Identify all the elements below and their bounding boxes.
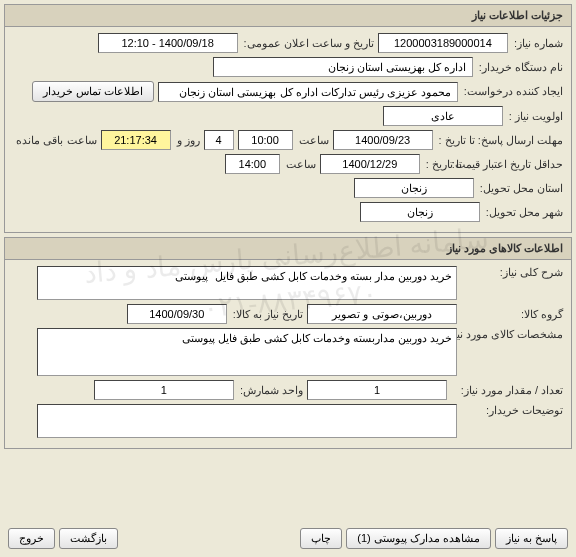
- remain-suffix: ساعت باقی مانده: [16, 134, 96, 147]
- priority-label: اولویت نیاز :: [509, 110, 563, 123]
- buyer-note-field[interactable]: [37, 404, 457, 438]
- exit-button[interactable]: خروج: [8, 528, 55, 549]
- need-date-label: تاریخ نیاز به کالا:: [233, 308, 303, 321]
- unit-label: واحد شمارش:: [240, 384, 303, 397]
- deliver-city-field: زنجان: [360, 202, 480, 222]
- creator-label: ایجاد کننده درخواست:: [464, 85, 563, 98]
- desc-label: شرح کلی نیاز:: [463, 266, 563, 279]
- group-label: گروه کالا:: [463, 308, 563, 321]
- back-button[interactable]: بازگشت: [59, 528, 118, 549]
- need-date-field: 1400/09/30: [127, 304, 227, 324]
- price-valid-to-label: تا تاریخ :: [426, 158, 462, 171]
- remain-days-label: روز و: [177, 134, 200, 147]
- deadline-date-field: 1400/09/23: [333, 130, 433, 150]
- need-no-label: شماره نیاز:: [514, 37, 563, 50]
- buyer-label: نام دستگاه خریدار:: [479, 61, 563, 74]
- qty-field[interactable]: [307, 380, 447, 400]
- price-valid-date-field: 1400/12/29: [320, 154, 420, 174]
- buyer-field: اداره کل بهزیستی استان زنجان: [213, 57, 473, 77]
- panel1-title: جزئیات اطلاعات نیاز: [5, 5, 571, 27]
- footer-bar: پاسخ به نیاز مشاهده مدارک پیوستی (1) چاپ…: [4, 524, 572, 553]
- price-valid-time-label: ساعت: [286, 158, 316, 171]
- remain-days-field: 4: [204, 130, 234, 150]
- deadline-time-field: 10:00: [238, 130, 293, 150]
- announce-dt-label: تاریخ و ساعت اعلان عمومی:: [244, 37, 374, 50]
- need-no-field: 1200003189000014: [378, 33, 508, 53]
- spec-label: مشخصات کالای مورد نیاز:: [463, 328, 563, 341]
- desc-field[interactable]: [37, 266, 457, 300]
- panel2-title: اطلاعات کالاهای مورد نیاز: [5, 238, 571, 260]
- deadline-label: مهلت ارسال پاسخ: تا تاریخ :: [439, 134, 563, 147]
- remain-time-field: 21:17:34: [101, 130, 171, 150]
- price-valid-label: حداقل تاریخ اعتبار قیمت:: [468, 158, 563, 171]
- announce-dt-field: 1400/09/18 - 12:10: [98, 33, 238, 53]
- unit-field[interactable]: [94, 380, 234, 400]
- deliver-province-field: زنجان: [354, 178, 474, 198]
- group-field: دوربین،صوتی و تصویر: [307, 304, 457, 324]
- print-button[interactable]: چاپ: [300, 528, 342, 549]
- buyer-note-label: توضیحات خریدار:: [463, 404, 563, 417]
- buyer-contact-button[interactable]: اطلاعات تماس خریدار: [32, 81, 154, 102]
- attachments-button[interactable]: مشاهده مدارک پیوستی (1): [346, 528, 491, 549]
- qty-label: تعداد / مقدار مورد نیاز:: [453, 384, 563, 397]
- spec-field[interactable]: [37, 328, 457, 376]
- deliver-province-label: استان محل تحویل:: [480, 182, 563, 195]
- panel-goods-info: اطلاعات کالاهای مورد نیاز شرح کلی نیاز: …: [4, 237, 572, 449]
- deadline-time-label: ساعت: [299, 134, 329, 147]
- price-valid-time-field: 14:00: [225, 154, 280, 174]
- respond-button[interactable]: پاسخ به نیاز: [495, 528, 568, 549]
- panel-need-details: جزئیات اطلاعات نیاز شماره نیاز: 12000031…: [4, 4, 572, 233]
- priority-field: عادی: [383, 106, 503, 126]
- deliver-city-label: شهر محل تحویل:: [486, 206, 563, 219]
- creator-field: محمود عزیزی رئیس تدارکات اداره کل بهزیست…: [158, 82, 458, 102]
